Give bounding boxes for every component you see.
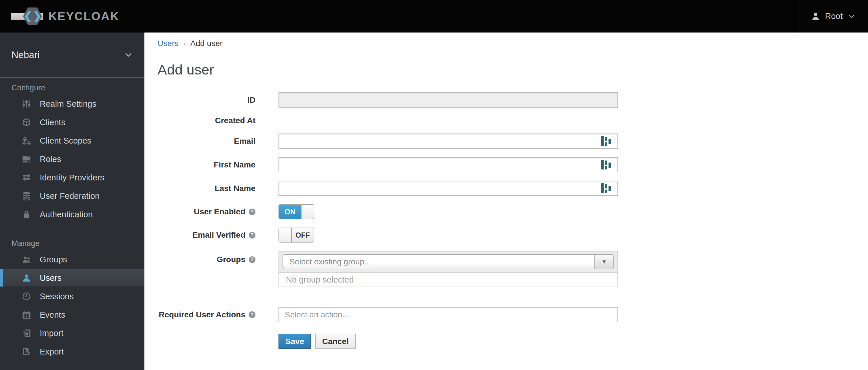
sidebar-item-groups[interactable]: Groups bbox=[0, 250, 144, 269]
sidebar-item-label: User Federation bbox=[40, 191, 100, 201]
sidebar-item-label: Identity Providers bbox=[40, 173, 104, 182]
dropdown-arrow-icon: ▼ bbox=[601, 259, 607, 265]
last-name-label: Last Name bbox=[215, 184, 255, 193]
first-name-field[interactable] bbox=[278, 157, 618, 172]
groups-widget: Select existing group... ▼ No group sele… bbox=[278, 251, 618, 287]
breadcrumb-current: Add user bbox=[190, 39, 223, 48]
sidebar-item-roles[interactable]: Roles bbox=[0, 150, 144, 168]
toggle-off-label: OFF bbox=[292, 228, 314, 242]
cube-icon bbox=[21, 117, 32, 128]
calendar-icon bbox=[21, 310, 32, 320]
sidebar-item-label: Users bbox=[40, 273, 62, 283]
sidebar-item-label: Client Scopes bbox=[40, 136, 91, 145]
groups-select[interactable]: Select existing group... ▼ bbox=[282, 254, 614, 269]
sidebar-item-label: Realm Settings bbox=[40, 99, 96, 109]
groups-empty-text: No group selected bbox=[279, 272, 617, 287]
sidebar-item-import[interactable]: Import bbox=[0, 324, 144, 342]
cubes-icon bbox=[21, 136, 32, 146]
user-enabled-toggle[interactable]: ON bbox=[278, 204, 314, 219]
breadcrumb-users-link[interactable]: Users bbox=[158, 39, 179, 48]
sidebar-item-label: Groups bbox=[40, 255, 67, 264]
groups-row: Groups ? Select existing group... ▼ No g… bbox=[158, 251, 868, 287]
first-name-label: First Name bbox=[214, 160, 255, 169]
page-title: Add user bbox=[158, 61, 868, 78]
email-verified-row: Email Verified ? OFF bbox=[158, 228, 868, 242]
realm-selector[interactable]: Nebari bbox=[0, 33, 144, 78]
breadcrumb: Users › Add user bbox=[158, 39, 868, 48]
keycloak-logo[interactable]: ❮❯ KEYCLOAK bbox=[11, 0, 119, 33]
keycloak-chevrons-glyph: ❮❯ bbox=[24, 10, 41, 22]
sidebar-item-client-scopes[interactable]: Client Scopes bbox=[0, 132, 144, 150]
help-icon[interactable]: ? bbox=[249, 232, 255, 238]
realm-name: Nebari bbox=[11, 49, 39, 60]
email-verified-label: Email Verified bbox=[192, 231, 245, 240]
sidebar-item-clients[interactable]: Clients bbox=[0, 113, 144, 132]
help-icon[interactable]: ? bbox=[249, 311, 255, 318]
password-manager-icon[interactable] bbox=[601, 136, 612, 146]
sidebar: Nebari Configure Realm Settings Clients … bbox=[0, 33, 145, 370]
sidebar-item-label: Import bbox=[40, 329, 63, 338]
form-buttons-row: Save Cancel bbox=[158, 334, 868, 349]
sidebar-item-users[interactable]: Users bbox=[0, 269, 144, 287]
brand-title: KEYCLOAK bbox=[49, 9, 119, 23]
dropdown-arrow-button[interactable]: ▼ bbox=[594, 255, 613, 269]
sidebar-item-export[interactable]: Export bbox=[0, 342, 144, 361]
users-group-icon bbox=[21, 254, 32, 265]
required-actions-field[interactable] bbox=[278, 307, 618, 322]
add-user-form: ID Created At Email First Name Last Na bbox=[158, 92, 868, 349]
user-enabled-label: User Enabled bbox=[194, 207, 245, 216]
sidebar-item-user-federation[interactable]: User Federation bbox=[0, 187, 144, 205]
last-name-field[interactable] bbox=[278, 181, 618, 196]
password-manager-icon[interactable] bbox=[601, 160, 612, 170]
list-icon bbox=[21, 154, 32, 164]
sidebar-item-realm-settings[interactable]: Realm Settings bbox=[0, 95, 144, 113]
database-icon bbox=[21, 191, 32, 201]
sidebar-item-label: Authentication bbox=[40, 210, 93, 219]
save-button[interactable]: Save bbox=[278, 334, 311, 349]
user-menu-label: Root bbox=[825, 11, 843, 21]
user-enabled-row: User Enabled ? ON bbox=[158, 204, 868, 219]
password-manager-icon[interactable] bbox=[601, 183, 612, 194]
email-field[interactable] bbox=[278, 134, 618, 149]
required-actions-label: Required User Actions bbox=[159, 310, 245, 319]
lock-icon bbox=[21, 209, 32, 220]
groups-select-placeholder: Select existing group... bbox=[283, 255, 613, 269]
chevron-down-icon bbox=[848, 14, 855, 19]
sidebar-item-label: Sessions bbox=[40, 292, 74, 301]
clock-icon bbox=[21, 291, 32, 302]
help-icon[interactable]: ? bbox=[249, 209, 255, 215]
breadcrumb-separator: › bbox=[183, 39, 186, 48]
email-label: Email bbox=[234, 137, 255, 146]
email-row: Email bbox=[158, 134, 868, 149]
sidebar-item-label: Events bbox=[40, 310, 65, 319]
sidebar-item-label: Clients bbox=[40, 118, 65, 127]
id-label: ID bbox=[247, 96, 255, 105]
toggle-handle bbox=[279, 228, 292, 242]
sidebar-item-identity-providers[interactable]: Identity Providers bbox=[0, 168, 144, 187]
id-field bbox=[278, 92, 618, 108]
section-label-manage: Manage bbox=[0, 224, 144, 250]
exchange-icon bbox=[21, 172, 32, 183]
created-at-row: Created At bbox=[158, 116, 868, 125]
groups-label: Groups bbox=[217, 255, 245, 264]
sidebar-item-events[interactable]: Events bbox=[0, 306, 144, 324]
sidebar-item-label: Export bbox=[40, 347, 64, 357]
toggle-on-label: ON bbox=[279, 205, 301, 218]
user-menu[interactable]: Root bbox=[799, 0, 868, 33]
import-icon bbox=[21, 328, 32, 338]
top-bar: ❮❯ KEYCLOAK Root bbox=[0, 0, 868, 33]
sidebar-item-sessions[interactable]: Sessions bbox=[0, 287, 144, 306]
id-row: ID bbox=[158, 92, 868, 108]
created-at-label: Created At bbox=[215, 116, 255, 125]
sidebar-item-authentication[interactable]: Authentication bbox=[0, 205, 144, 224]
user-icon bbox=[21, 273, 32, 283]
export-icon bbox=[21, 346, 32, 357]
email-verified-toggle[interactable]: OFF bbox=[278, 228, 314, 242]
chevron-down-icon bbox=[125, 53, 132, 57]
last-name-row: Last Name bbox=[158, 181, 868, 196]
cancel-button[interactable]: Cancel bbox=[315, 334, 356, 349]
toggle-handle bbox=[301, 205, 314, 218]
required-actions-row: Required User Actions ? bbox=[158, 307, 868, 322]
help-icon[interactable]: ? bbox=[249, 256, 255, 263]
first-name-row: First Name bbox=[158, 157, 868, 172]
